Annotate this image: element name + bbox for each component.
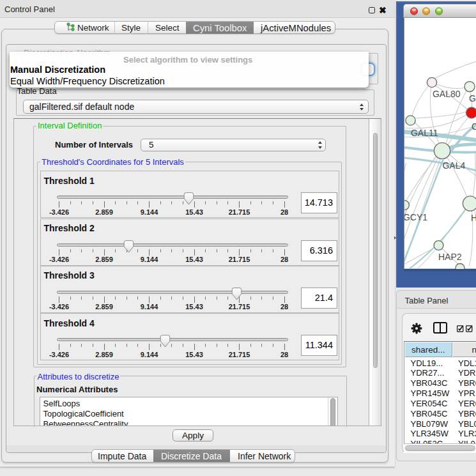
svg-text:CY: CY: [471, 121, 476, 132]
svg-text:GAL11: GAL11: [411, 128, 438, 138]
svg-text:GA: GA: [468, 93, 476, 104]
svg-text:GAL4: GAL4: [442, 160, 465, 171]
svg-text:GAL80: GAL80: [433, 89, 461, 99]
svg-text:HAP2: HAP2: [438, 252, 462, 262]
svg-text:HI: HI: [470, 213, 476, 223]
svg-text:GCY1: GCY1: [404, 212, 427, 222]
